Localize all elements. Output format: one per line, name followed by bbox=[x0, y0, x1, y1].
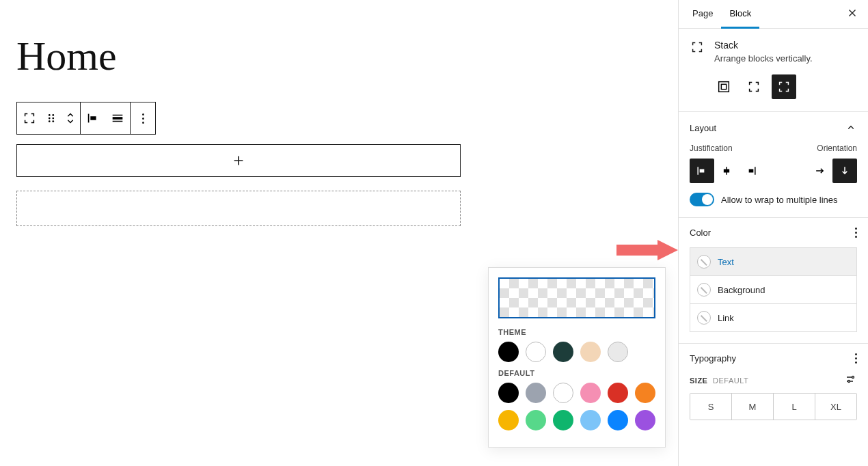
color-swatch[interactable] bbox=[635, 383, 655, 403]
typography-options-button[interactable] bbox=[855, 353, 857, 364]
full-width-button[interactable] bbox=[105, 102, 130, 134]
size-l-button[interactable]: L bbox=[773, 394, 815, 420]
layout-panel-header[interactable]: Layout bbox=[679, 112, 868, 143]
color-swatch[interactable] bbox=[526, 410, 546, 430]
svg-point-3 bbox=[52, 118, 54, 120]
color-swatch[interactable] bbox=[608, 410, 628, 430]
justify-left-button[interactable] bbox=[690, 159, 714, 183]
color-swatch[interactable] bbox=[553, 342, 573, 362]
svg-rect-12 bbox=[724, 169, 729, 173]
stack-icon bbox=[690, 40, 705, 64]
justification-label: Justification bbox=[690, 143, 733, 153]
wrap-toggle[interactable] bbox=[690, 193, 714, 206]
block-toolbar bbox=[16, 102, 156, 135]
default-swatch-label: Default bbox=[498, 369, 655, 377]
color-preview-transparent[interactable] bbox=[498, 277, 655, 318]
size-s-button[interactable]: S bbox=[690, 394, 731, 420]
size-default-label: DEFAULT bbox=[713, 376, 748, 385]
color-item-text[interactable]: Text bbox=[690, 247, 857, 276]
empty-swatch-icon bbox=[697, 283, 711, 297]
svg-rect-7 bbox=[113, 117, 123, 120]
orientation-vertical-button[interactable] bbox=[832, 159, 857, 183]
justify-center-button[interactable] bbox=[714, 159, 739, 183]
svg-point-5 bbox=[52, 120, 54, 122]
theme-swatch-label: Theme bbox=[498, 328, 655, 336]
color-swatch[interactable] bbox=[498, 342, 519, 362]
plus-icon bbox=[231, 153, 246, 168]
settings-sidebar: Page Block Stack Arrange blocks vertical… bbox=[678, 0, 868, 466]
page-title: Home bbox=[16, 33, 678, 80]
svg-point-15 bbox=[848, 381, 850, 383]
svg-point-2 bbox=[49, 118, 51, 120]
justify-right-button[interactable] bbox=[739, 159, 763, 183]
size-label: SIZE bbox=[690, 376, 707, 385]
color-panel-header[interactable]: Color bbox=[679, 218, 868, 247]
transform-stack-button[interactable] bbox=[772, 74, 796, 99]
empty-swatch-icon bbox=[697, 255, 711, 269]
color-swatch[interactable] bbox=[608, 342, 628, 362]
color-options-button[interactable] bbox=[855, 228, 857, 238]
svg-rect-6 bbox=[90, 116, 96, 120]
block-desc-label: Arrange blocks vertically. bbox=[714, 53, 813, 64]
more-options-button[interactable] bbox=[131, 102, 155, 134]
color-item-background[interactable]: Background bbox=[690, 276, 857, 304]
orientation-label: Orientation bbox=[817, 143, 857, 153]
custom-size-button[interactable] bbox=[845, 373, 857, 387]
add-block-button[interactable] bbox=[16, 144, 461, 177]
svg-rect-10 bbox=[721, 84, 726, 89]
svg-rect-9 bbox=[719, 82, 729, 92]
tab-block[interactable]: Block bbox=[721, 0, 759, 29]
transform-row-button[interactable] bbox=[742, 74, 766, 99]
color-swatch[interactable] bbox=[580, 342, 601, 362]
color-swatch[interactable] bbox=[580, 383, 601, 403]
empty-block-placeholder[interactable] bbox=[16, 191, 461, 226]
color-swatch[interactable] bbox=[580, 410, 601, 430]
size-xl-button[interactable]: XL bbox=[815, 394, 856, 420]
color-swatch[interactable] bbox=[526, 342, 546, 362]
color-swatch[interactable] bbox=[498, 410, 519, 430]
size-segmented-control: S M L XL bbox=[690, 393, 857, 420]
svg-rect-13 bbox=[749, 169, 754, 173]
align-left-button[interactable] bbox=[81, 102, 105, 134]
typography-panel-header[interactable]: Typography bbox=[679, 344, 868, 373]
drag-handle-button[interactable] bbox=[42, 102, 61, 134]
svg-rect-11 bbox=[700, 169, 705, 173]
color-swatch[interactable] bbox=[498, 383, 519, 403]
svg-point-14 bbox=[852, 376, 854, 379]
color-picker-popover: Theme Default bbox=[488, 267, 666, 448]
color-item-link[interactable]: Link bbox=[690, 304, 857, 332]
chevron-up-icon bbox=[845, 122, 857, 134]
transform-group-button[interactable] bbox=[711, 74, 736, 99]
empty-swatch-icon bbox=[697, 311, 711, 325]
svg-point-1 bbox=[52, 114, 54, 116]
color-swatch[interactable] bbox=[553, 410, 573, 430]
color-swatch[interactable] bbox=[553, 383, 573, 403]
orientation-horizontal-button[interactable] bbox=[808, 159, 832, 183]
tab-page[interactable]: Page bbox=[684, 0, 721, 29]
block-name-label: Stack bbox=[714, 40, 813, 51]
color-swatch[interactable] bbox=[526, 383, 546, 403]
svg-point-0 bbox=[49, 114, 51, 116]
stack-type-button[interactable] bbox=[17, 102, 42, 134]
wrap-toggle-label: Allow to wrap to multiple lines bbox=[721, 195, 838, 205]
svg-point-4 bbox=[49, 120, 51, 122]
color-swatch[interactable] bbox=[635, 410, 655, 430]
size-m-button[interactable]: M bbox=[731, 394, 773, 420]
move-updown-button[interactable] bbox=[61, 102, 80, 134]
color-swatch[interactable] bbox=[608, 383, 628, 403]
close-sidebar-button[interactable] bbox=[842, 3, 863, 25]
